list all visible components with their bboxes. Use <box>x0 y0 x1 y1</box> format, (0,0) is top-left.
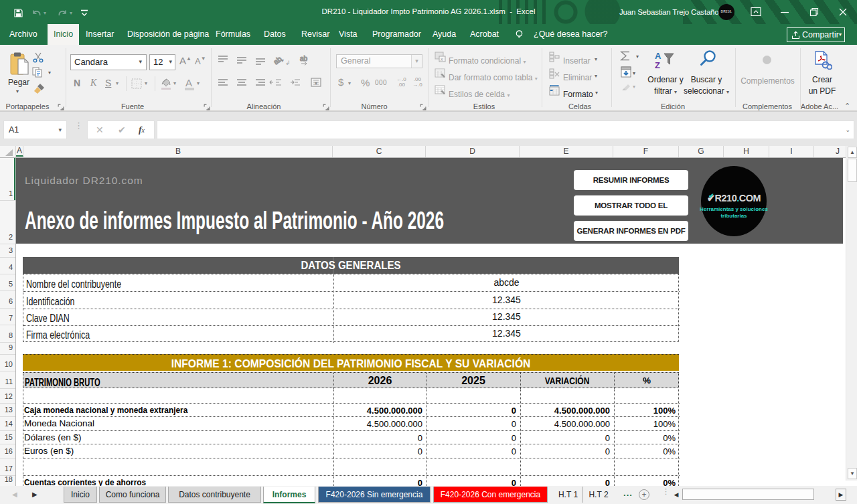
svg-text:ab: ab <box>300 55 308 62</box>
svg-text:Z: Z <box>655 60 660 70</box>
svg-text:↲: ↲ <box>285 60 291 66</box>
svg-text:x: x <box>440 57 443 62</box>
svg-text:A: A <box>655 51 661 61</box>
